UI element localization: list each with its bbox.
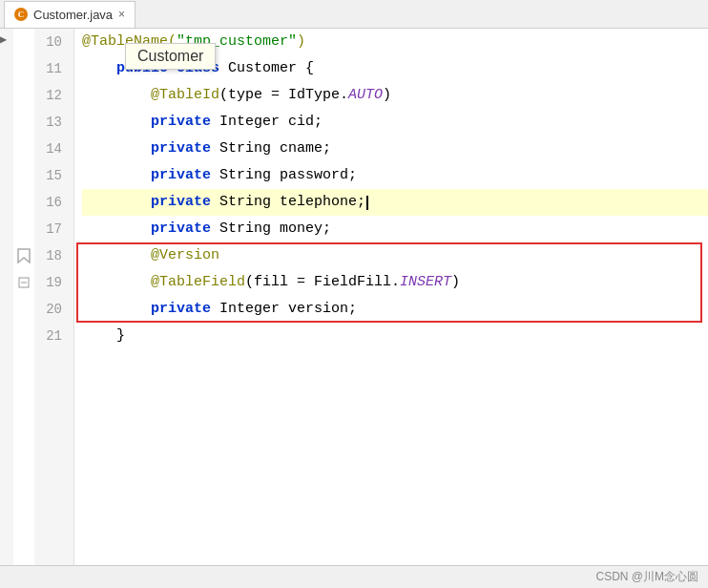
line-num-21: 21 bbox=[34, 323, 68, 349]
gutter-cell-14 bbox=[13, 136, 34, 162]
code-line-17: private String money; bbox=[82, 216, 708, 242]
token: INSERT bbox=[400, 269, 451, 296]
token bbox=[82, 55, 116, 82]
token: private bbox=[151, 189, 211, 216]
token: @Version bbox=[151, 242, 219, 269]
code-line-19: @TableField(fill = FieldFill.INSERT) bbox=[82, 269, 708, 296]
gutter-cell-20 bbox=[13, 296, 34, 323]
watermark-text: CSDN @川M念心圆 bbox=[595, 569, 698, 585]
token: @TableId bbox=[151, 82, 219, 109]
line-num-20: 20 bbox=[34, 296, 68, 323]
code-line-14: private String cname; bbox=[82, 136, 708, 162]
file-tab[interactable]: C Customer.java × bbox=[4, 1, 135, 28]
code-line-20: private Integer version; bbox=[82, 296, 708, 323]
arrow-indicator: ▶ bbox=[0, 31, 7, 47]
line-num-15: 15 bbox=[34, 162, 68, 189]
token: String money; bbox=[211, 216, 331, 242]
code-line-15: private String password; bbox=[82, 162, 708, 189]
line-num-11: 11 bbox=[34, 55, 68, 82]
token: private bbox=[151, 162, 211, 189]
gutter-cell-18 bbox=[13, 242, 34, 269]
line-numbers: 10 11 12 13 14 15 16 17 18 19 20 21 bbox=[34, 29, 74, 565]
file-type-icon: C bbox=[14, 8, 28, 21]
bookmark-icon bbox=[17, 248, 31, 263]
line-num-10: 10 bbox=[34, 29, 68, 55]
gutter-cell-10 bbox=[13, 29, 34, 55]
token bbox=[82, 109, 151, 136]
token: ) bbox=[451, 269, 460, 296]
token: (fill = FieldFill. bbox=[245, 269, 400, 296]
tooltip-text: Customer bbox=[137, 48, 203, 64]
token bbox=[82, 162, 151, 189]
gutter-cell-13 bbox=[13, 109, 34, 136]
code-line-16: private String telephone; bbox=[82, 189, 708, 216]
line-num-12: 12 bbox=[34, 82, 68, 109]
editor-container: C Customer.java × Customer ▶ bbox=[0, 0, 708, 588]
class-tooltip: Customer bbox=[125, 43, 216, 70]
collapse-icon bbox=[18, 277, 30, 288]
line-num-16: 16 bbox=[34, 189, 68, 216]
line-num-19: 19 bbox=[34, 269, 68, 296]
gutter-arrow: ▶ bbox=[0, 29, 13, 565]
gutter-cell-15 bbox=[13, 162, 34, 189]
token bbox=[82, 136, 151, 162]
token: private bbox=[151, 109, 211, 136]
token: private bbox=[151, 216, 211, 242]
token: } bbox=[82, 323, 125, 349]
token bbox=[82, 296, 151, 323]
gutter-cell-12 bbox=[13, 82, 34, 109]
token bbox=[82, 189, 151, 216]
token bbox=[82, 216, 151, 242]
token: String password; bbox=[211, 162, 357, 189]
token: private bbox=[151, 136, 211, 162]
token: ) bbox=[383, 82, 391, 109]
code-area: ▶ bbox=[0, 29, 708, 565]
token: String telephone; bbox=[211, 189, 365, 216]
token: (type = IdType. bbox=[219, 82, 348, 109]
token: Integer version; bbox=[211, 296, 357, 323]
gutter-cell-19 bbox=[13, 269, 34, 296]
token: private bbox=[151, 296, 211, 323]
gutter-cell-16 bbox=[13, 189, 34, 216]
tab-filename: Customer.java bbox=[33, 8, 113, 22]
token bbox=[82, 242, 151, 269]
line-num-14: 14 bbox=[34, 136, 68, 162]
gutter-cell-11 bbox=[13, 55, 34, 82]
code-line-13: private Integer cid; bbox=[82, 109, 708, 136]
line-num-18: 18 bbox=[34, 242, 68, 269]
code-line-18: @Version bbox=[82, 242, 708, 269]
token: String cname; bbox=[211, 136, 331, 162]
code-line-12: @TableId(type = IdType.AUTO) bbox=[82, 82, 708, 109]
line-num-17: 17 bbox=[34, 216, 68, 242]
token bbox=[82, 269, 151, 296]
tab-bar: C Customer.java × bbox=[0, 0, 708, 29]
token: Customer { bbox=[219, 55, 314, 82]
gutter-cell-17 bbox=[13, 216, 34, 242]
text-cursor bbox=[366, 196, 368, 210]
gutter-cell-21 bbox=[13, 323, 34, 349]
token: @TableField bbox=[151, 269, 245, 296]
tab-close-button[interactable]: × bbox=[118, 8, 125, 21]
svg-marker-0 bbox=[18, 249, 30, 262]
code-line-21: } bbox=[82, 323, 708, 349]
token: AUTO bbox=[348, 82, 383, 109]
status-bar: CSDN @川M念心圆 bbox=[0, 565, 708, 588]
token bbox=[82, 82, 151, 109]
line-num-13: 13 bbox=[34, 109, 68, 136]
code-content: @TableName("tmp_customer") public class … bbox=[74, 29, 708, 565]
gutter-icons bbox=[13, 29, 34, 565]
token: Integer cid; bbox=[211, 109, 323, 136]
token: ) bbox=[297, 29, 305, 55]
